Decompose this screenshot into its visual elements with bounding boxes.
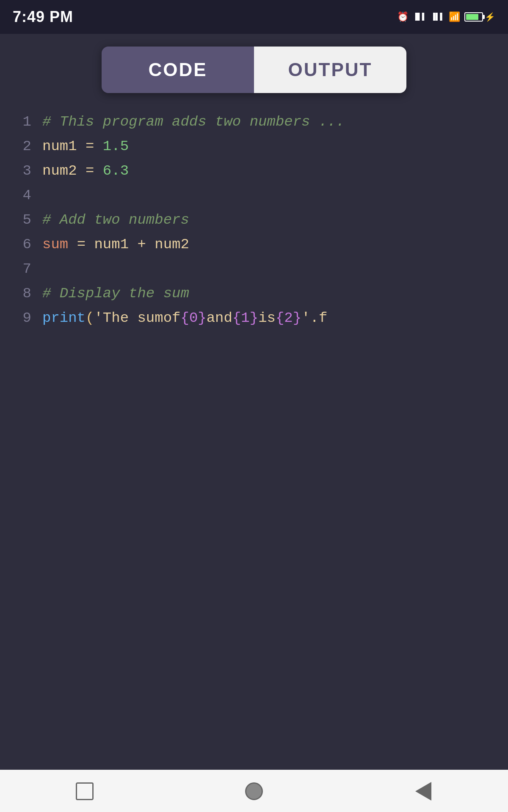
eq-1: =	[86, 134, 94, 159]
ref-num2: num2	[155, 233, 189, 257]
op-space-8	[146, 233, 155, 257]
battery-fill	[466, 14, 478, 20]
val-1: 1.5	[103, 134, 129, 159]
op-space-7	[129, 233, 137, 257]
eq-2: =	[86, 159, 94, 184]
battery-box	[464, 12, 483, 22]
tab-code[interactable]: CODE	[102, 47, 254, 93]
ref-num1: num1	[94, 233, 129, 257]
var-sum: sum	[42, 233, 68, 257]
code-line-7	[42, 257, 504, 282]
home-icon	[245, 782, 263, 800]
str-start: 'The sum	[94, 306, 163, 331]
main-content: CODE OUTPUT 1 2 3 4 5 6 7 8 9 # This pro…	[0, 34, 508, 770]
brace-0: {0}	[180, 306, 206, 331]
eq-3: =	[77, 233, 86, 257]
back-button[interactable]	[411, 779, 436, 804]
status-time: 7:49 PM	[13, 8, 73, 26]
plus-op: +	[137, 233, 146, 257]
brace-2: {2}	[276, 306, 301, 331]
signal-icon-1: ▐▌▌	[413, 13, 426, 21]
recent-apps-icon	[76, 782, 94, 800]
var-num1: num1	[42, 134, 77, 159]
code-editor: 1 2 3 4 5 6 7 8 9 # This program adds tw…	[0, 106, 508, 770]
comment-1: # This program adds two numbers ...	[42, 110, 345, 134]
line-num-9: 9	[23, 306, 31, 331]
code-line-5: # Add two numbers	[42, 208, 504, 233]
code-lines[interactable]: # This program adds two numbers ... num1…	[38, 110, 508, 765]
str-end: '.	[301, 306, 319, 331]
home-button[interactable]	[241, 779, 267, 804]
recent-apps-button[interactable]	[72, 779, 97, 804]
signal-icon-2: ▐▌▌	[431, 13, 444, 21]
bottom-nav	[0, 770, 508, 812]
line-num-6: 6	[23, 233, 31, 257]
op-space-6	[86, 233, 94, 257]
format-f: f	[319, 306, 327, 331]
wifi-icon: 📶	[449, 11, 460, 23]
status-icons: ⏰ ▐▌▌ ▐▌▌ 📶 ⚡	[397, 11, 495, 23]
battery-indicator: ⚡	[464, 12, 495, 22]
code-line-2: num1 = 1.5	[42, 134, 504, 159]
code-line-8: # Display the sum	[42, 282, 504, 306]
paren-open: (	[86, 306, 94, 331]
str-and-word: and	[207, 306, 232, 331]
status-bar: 7:49 PM ⏰ ▐▌▌ ▐▌▌ 📶 ⚡	[0, 0, 508, 34]
op-space-2	[94, 134, 102, 159]
battery-percent: ⚡	[485, 12, 495, 22]
op-space-4	[94, 159, 102, 184]
comment-2: # Add two numbers	[42, 208, 189, 233]
line-num-4: 4	[23, 184, 31, 208]
line-num-3: 3	[23, 159, 31, 184]
var-num2: num2	[42, 159, 77, 184]
line-num-7: 7	[23, 257, 31, 282]
code-line-1: # This program adds two numbers ...	[42, 110, 504, 134]
val-2: 6.3	[103, 159, 129, 184]
line-numbers: 1 2 3 4 5 6 7 8 9	[0, 110, 38, 765]
tab-container: CODE OUTPUT	[102, 47, 406, 93]
func-print: print	[42, 306, 86, 331]
line-num-2: 2	[23, 134, 31, 159]
op-space-1	[77, 134, 86, 159]
op-space-5	[68, 233, 77, 257]
str-is: is	[258, 306, 276, 331]
code-line-4	[42, 184, 504, 208]
code-line-9: print ( 'The sum of {0} and {1} is {2} '…	[42, 306, 504, 331]
code-line-3: num2 = 6.3	[42, 159, 504, 184]
line-num-5: 5	[23, 208, 31, 233]
code-line-6: sum = num1 + num2	[42, 233, 504, 257]
tab-bar: CODE OUTPUT	[0, 34, 508, 106]
tab-output[interactable]: OUTPUT	[254, 47, 406, 93]
line-num-8: 8	[23, 282, 31, 306]
str-of: of	[163, 306, 181, 331]
line-num-1: 1	[23, 110, 31, 134]
back-icon	[415, 782, 431, 801]
comment-3: # Display the sum	[42, 282, 189, 306]
alarm-icon: ⏰	[397, 11, 409, 23]
brace-1: {1}	[232, 306, 258, 331]
op-space-3	[77, 159, 86, 184]
